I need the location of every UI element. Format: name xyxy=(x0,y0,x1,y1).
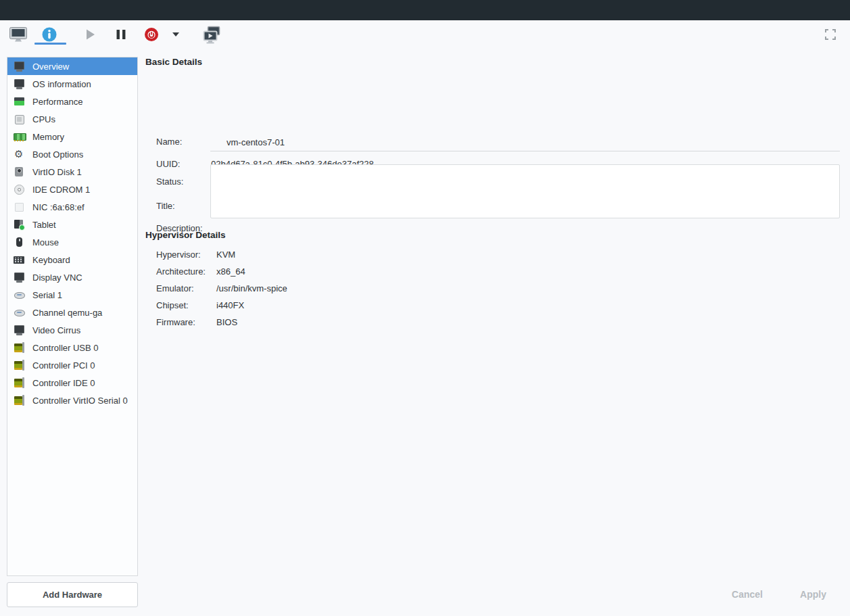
run-button[interactable] xyxy=(80,25,100,44)
shutdown-menu-caret-icon xyxy=(172,32,180,37)
shutdown-button[interactable] xyxy=(141,25,162,44)
sidebar-item-ide-cdrom-1[interactable]: IDE CDROM 1 xyxy=(7,181,137,198)
sidebar-item-memory[interactable]: Memory xyxy=(7,128,137,145)
add-hardware-button[interactable]: Add Hardware xyxy=(7,582,138,607)
status-label: Status: xyxy=(156,176,183,187)
pci-card-icon xyxy=(14,395,25,406)
basic-details-heading: Basic Details xyxy=(145,57,202,67)
hypervisor-row-hypervisor: Hypervisor: KVM xyxy=(145,246,840,263)
fullscreen-icon xyxy=(825,29,836,40)
toolbar xyxy=(0,20,850,49)
cancel-button[interactable]: Cancel xyxy=(717,586,778,603)
sidebar-item-boot-options[interactable]: Boot Options xyxy=(7,145,137,163)
monitor-dark-icon xyxy=(14,78,25,90)
sidebar-item-controller-ide-0[interactable]: Controller IDE 0 xyxy=(7,374,137,392)
sidebar-item-controller-pci-0[interactable]: Controller PCI 0 xyxy=(7,356,137,374)
show-details-button[interactable] xyxy=(39,25,60,44)
uuid-label: UUID: xyxy=(156,159,180,169)
details-info-icon xyxy=(41,26,57,43)
hardware-list: Overview OS information Performance CPUs… xyxy=(7,57,138,576)
menu-file[interactable] xyxy=(7,0,19,20)
sidebar-item-performance[interactable]: Performance xyxy=(7,93,137,110)
name-label: Name: xyxy=(156,137,182,147)
serial-icon xyxy=(14,289,25,301)
sidebar-item-controller-virtio-serial-0[interactable]: Controller VirtIO Serial 0 xyxy=(7,392,137,409)
pci-card-icon xyxy=(14,342,25,354)
run-play-icon xyxy=(82,27,97,42)
monitor-dark-icon xyxy=(14,272,25,283)
sidebar-item-virtio-disk-1[interactable]: VirtIO Disk 1 xyxy=(7,163,137,181)
hypervisor-row-architecture: Architecture: x86_64 xyxy=(145,263,840,280)
snapshots-button[interactable] xyxy=(202,25,225,44)
sidebar-item-controller-usb-0[interactable]: Controller USB 0 xyxy=(7,339,137,356)
pause-icon xyxy=(114,28,128,41)
pci-card-icon xyxy=(14,377,25,389)
sidebar-item-serial-1[interactable]: Serial 1 xyxy=(7,286,137,304)
menu-view[interactable] xyxy=(31,0,43,20)
name-input[interactable] xyxy=(210,133,840,151)
virt-manager-window: Overview OS information Performance CPUs… xyxy=(0,0,850,616)
sidebar-item-overview[interactable]: Overview xyxy=(7,57,137,75)
sidebar-item-channel-qemu-ga[interactable]: Channel qemu-ga xyxy=(7,304,137,321)
gear-icon xyxy=(14,149,25,160)
description-textarea[interactable] xyxy=(210,164,840,218)
sidebar-item-os-information[interactable]: OS information xyxy=(7,75,137,93)
title-label: Title: xyxy=(156,201,175,211)
menu-send-key[interactable] xyxy=(43,0,55,20)
cdrom-icon xyxy=(14,184,25,195)
sidebar-item-display-vnc[interactable]: Display VNC xyxy=(7,268,137,286)
fullscreen-button[interactable] xyxy=(820,25,841,44)
mouse-icon xyxy=(14,237,25,248)
snapshots-icon xyxy=(202,26,224,44)
monitor-dark-icon xyxy=(14,61,25,72)
sidebar-item-keyboard[interactable]: Keyboard xyxy=(7,251,137,268)
serial-icon xyxy=(14,307,25,318)
sidebar-item-nic-6a-68-ef[interactable]: NIC :6a:68:ef xyxy=(7,198,137,216)
console-monitor-icon xyxy=(9,26,28,43)
show-console-button[interactable] xyxy=(8,25,28,44)
sidebar-item-mouse[interactable]: Mouse xyxy=(7,233,137,251)
monitor-dark-icon xyxy=(14,325,25,336)
pci-card-icon xyxy=(14,360,25,371)
shutdown-menu-button[interactable] xyxy=(168,25,183,44)
sidebar-item-video-cirrus[interactable]: Video Cirrus xyxy=(7,321,137,339)
sidebar-item-cpus[interactable]: CPUs xyxy=(7,110,137,128)
hypervisor-rows: Hypervisor: KVM Architecture: x86_64 Emu… xyxy=(145,246,840,331)
cpu-icon xyxy=(14,114,25,125)
hypervisor-row-emulator: Emulator: /usr/bin/kvm-spice xyxy=(145,280,840,297)
menubar xyxy=(0,0,850,20)
keyboard-icon xyxy=(14,254,25,266)
details-selected-underline xyxy=(34,43,66,45)
hypervisor-row-firmware: Firmware: BIOS xyxy=(145,314,840,331)
tablet-icon xyxy=(14,219,25,231)
hypervisor-row-chipset: Chipset: i440FX xyxy=(145,297,840,314)
pause-button[interactable] xyxy=(111,25,131,44)
nic-icon xyxy=(14,202,25,213)
shutdown-power-icon xyxy=(143,26,160,43)
performance-icon xyxy=(14,96,25,108)
menu-virtual-machine[interactable] xyxy=(19,0,31,20)
details-panel: Basic Details Name: UUID: 02b4d67a-81c0-… xyxy=(145,57,840,544)
disk-icon xyxy=(14,166,25,178)
apply-button[interactable]: Apply xyxy=(784,586,842,603)
hypervisor-details-heading: Hypervisor Details xyxy=(145,230,226,240)
memory-icon xyxy=(14,131,25,143)
sidebar-item-tablet[interactable]: Tablet xyxy=(7,216,137,233)
